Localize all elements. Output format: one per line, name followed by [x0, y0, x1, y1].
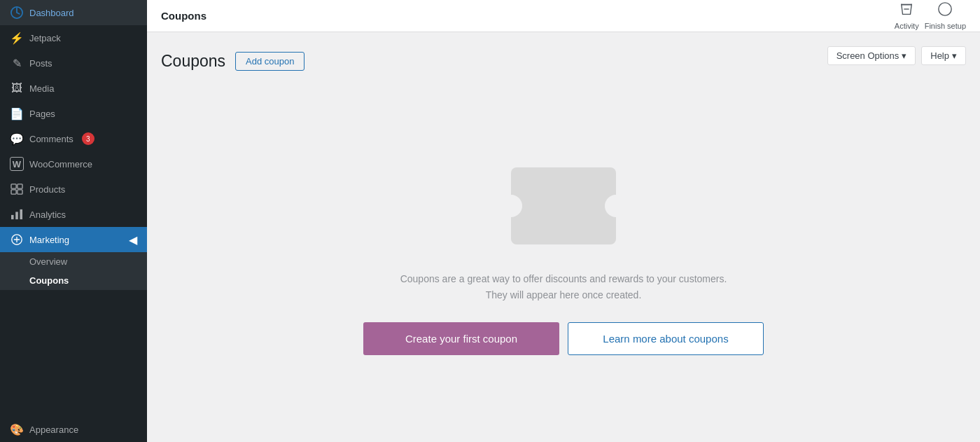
help-label: Help — [930, 50, 949, 61]
marketing-submenu: Overview Coupons — [0, 252, 147, 290]
top-right-controls: Activity Finish setup — [895, 1, 966, 30]
page-title: Coupons — [161, 52, 225, 71]
pages-icon: 📄 — [10, 106, 24, 120]
screen-options-area: Screen Options ▾ Help ▾ — [827, 46, 966, 65]
page-header-bar: Coupons Activity Finish setup — [147, 0, 980, 32]
marketing-collapse-icon: ◀ — [129, 233, 137, 247]
sidebar-submenu-item-coupons[interactable]: Coupons — [0, 271, 147, 290]
empty-description: Coupons are a great way to offer discoun… — [388, 271, 738, 303]
sidebar-item-comments[interactable]: 💬 Comments 3 — [0, 126, 147, 151]
posts-icon: ✎ — [10, 56, 24, 70]
finish-setup-icon — [937, 1, 953, 20]
sidebar-item-label-woocommerce: WooCommerce — [29, 159, 92, 170]
empty-actions: Create your first coupon Learn more abou… — [363, 322, 764, 355]
finish-setup-button[interactable]: Finish setup — [925, 1, 966, 30]
sidebar-item-appearance[interactable]: 🎨 Appearance — [0, 417, 147, 442]
add-coupon-button[interactable]: Add coupon — [235, 52, 304, 71]
coupons-label: Coupons — [29, 275, 69, 286]
svg-rect-3 — [11, 190, 16, 194]
activity-icon — [899, 1, 914, 20]
sidebar-item-label-products: Products — [29, 184, 65, 195]
sidebar-item-dashboard[interactable]: Dashboard — [0, 0, 147, 25]
sidebar-submenu-item-overview[interactable]: Overview — [0, 252, 147, 271]
sidebar-item-label-dashboard: Dashboard — [29, 8, 74, 18]
svg-rect-6 — [15, 212, 18, 219]
sidebar-item-label-media: Media — [29, 83, 54, 94]
svg-rect-7 — [20, 209, 22, 219]
media-icon: 🖼 — [10, 81, 24, 95]
title-area: Coupons Add coupon — [161, 52, 304, 71]
help-arrow-icon: ▾ — [952, 50, 957, 61]
activity-label: Activity — [895, 22, 919, 30]
sidebar-item-label-analytics: Analytics — [29, 209, 66, 220]
svg-rect-2 — [18, 184, 22, 188]
empty-state: Coupons are a great way to offer discoun… — [161, 88, 966, 428]
svg-rect-1 — [11, 184, 16, 188]
activity-button[interactable]: Activity — [895, 1, 919, 30]
sidebar-item-media[interactable]: 🖼 Media — [0, 76, 147, 101]
sidebar: Dashboard ⚡ Jetpack ✎ Posts 🖼 Media 📄 Pa… — [0, 0, 147, 442]
svg-rect-4 — [18, 190, 22, 194]
screen-options-arrow-icon: ▾ — [902, 50, 906, 61]
marketing-icon — [10, 233, 24, 247]
finish-setup-label: Finish setup — [925, 22, 966, 30]
content-header: Coupons Add coupon Screen Options ▾ Help… — [161, 46, 966, 76]
overview-label: Overview — [29, 256, 67, 267]
sidebar-item-analytics[interactable]: Analytics — [0, 202, 147, 227]
sidebar-item-label-marketing: Marketing — [29, 235, 69, 245]
help-button[interactable]: Help ▾ — [921, 46, 966, 65]
comments-badge: 3 — [82, 132, 94, 145]
products-icon — [10, 182, 24, 196]
coupon-illustration — [507, 160, 620, 251]
sidebar-item-label-appearance: Appearance — [29, 424, 78, 435]
analytics-icon — [10, 207, 24, 221]
jetpack-icon: ⚡ — [10, 31, 24, 45]
dashboard-icon — [10, 6, 24, 20]
appearance-icon: 🎨 — [10, 422, 24, 436]
screen-options-button[interactable]: Screen Options ▾ — [827, 46, 916, 65]
page-header-title: Coupons — [161, 10, 206, 22]
sidebar-item-posts[interactable]: ✎ Posts — [0, 50, 147, 76]
sidebar-item-jetpack[interactable]: ⚡ Jetpack — [0, 25, 147, 50]
sidebar-item-marketing[interactable]: Marketing ◀ — [0, 227, 147, 252]
woocommerce-icon: W — [10, 157, 24, 171]
main-wrapper: Coupons Activity Finish setup Coupons Ad… — [147, 0, 980, 442]
sidebar-item-label-comments: Comments — [29, 134, 74, 144]
sidebar-item-woocommerce[interactable]: W WooCommerce — [0, 151, 147, 177]
svg-point-9 — [939, 3, 951, 15]
content-area: Coupons Add coupon Screen Options ▾ Help… — [147, 32, 980, 442]
sidebar-item-label-posts: Posts — [29, 58, 52, 69]
sidebar-item-label-pages: Pages — [29, 109, 55, 119]
sidebar-item-products[interactable]: Products — [0, 177, 147, 202]
sidebar-item-pages[interactable]: 📄 Pages — [0, 101, 147, 126]
create-first-coupon-button[interactable]: Create your first coupon — [363, 322, 559, 355]
comments-icon: 💬 — [10, 132, 24, 146]
svg-rect-5 — [11, 215, 14, 219]
coupon-shape — [511, 167, 616, 244]
learn-more-coupons-button[interactable]: Learn more about coupons — [568, 322, 764, 355]
sidebar-item-label-jetpack: Jetpack — [29, 33, 61, 43]
screen-options-label: Screen Options — [836, 50, 899, 61]
